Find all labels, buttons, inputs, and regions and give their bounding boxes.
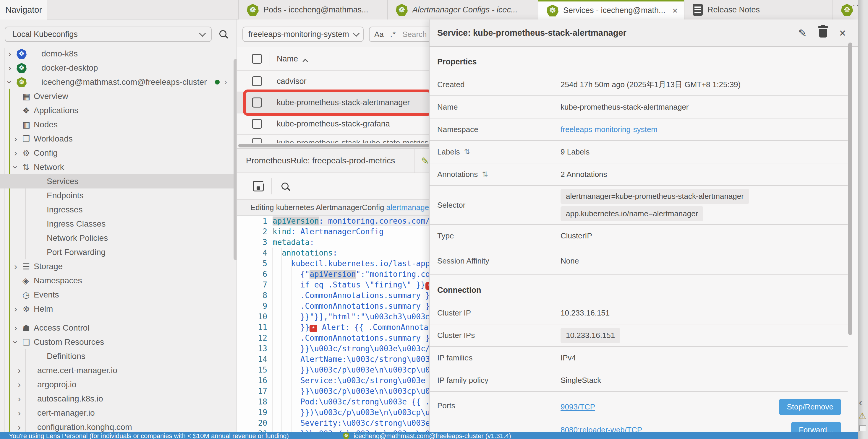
sidebar-item[interactable]: configuration.konghq.com › [0,420,234,432]
chevron-icon[interactable] [18,365,26,375]
sidebar-item-label: Storage [34,262,63,271]
top-tab-bar: Navigator Pods - icecheng@mathmas... Ale… [0,0,858,20]
document-tab[interactable]: Alertmanager Configs - icec... [387,0,538,20]
property-label: IP families [437,353,472,363]
sidebar-item[interactable]: demo-k8s › [0,47,234,61]
sidebar-item[interactable]: Definitions › [0,349,234,363]
sidebar-item[interactable]: ❑ Custom Resources › [0,335,234,349]
line-number: 2 [237,226,267,237]
line-number: 19 [237,407,267,418]
chevron-icon[interactable] [14,134,23,144]
sidebar-item[interactable]: ❒ Workloads › [0,132,234,146]
sidebar-item[interactable]: icecheng@mathmast.com@freeleaps-cluster … [0,75,234,89]
edit-pencil-icon[interactable]: ✎ [798,27,807,39]
sidebar-item[interactable]: ◷ Events › [0,288,234,302]
search-input[interactable] [402,30,432,39]
sidebar-item-label: Services [47,177,79,186]
kubeconfig-select[interactable]: Local Kubeconfigs [5,27,212,42]
delete-trash-icon[interactable] [819,29,827,37]
sidebar-item[interactable]: ⚙ Config › [0,146,234,160]
namespace-select[interactable]: freeleaps-monitoring-system [242,27,364,42]
sidebar-item[interactable]: ☗ Access Control › [0,321,234,335]
chevron-right-icon[interactable]: › [224,77,227,87]
table-row[interactable]: kube-prometheus-stack-kube-state-metrics [237,135,432,143]
close-icon[interactable]: × [839,28,846,39]
row-checkbox[interactable] [252,119,262,129]
chevron-icon[interactable] [18,394,26,404]
service-name[interactable]: cadvisor [277,77,307,86]
row-checkbox[interactable] [252,98,262,107]
document-tab[interactable]: Pods - icecheng@mathmas... [238,0,387,20]
service-name[interactable]: kube-prometheus-stack-kube-state-metrics [277,139,428,143]
property-label: Created [437,80,465,89]
sidebar-item[interactable]: docker-desktop › [0,61,234,75]
port-link[interactable]: 8080:reloader-web/TCP [561,426,642,432]
yaml-editor[interactable]: 123456789101112131415161718192021 apiVer… [237,216,432,432]
chevron-icon[interactable] [18,380,26,390]
sidebar-item[interactable]: autoscaling.k8s.io › [0,392,234,406]
chevron-icon[interactable] [14,304,23,314]
line-number: 20 [237,418,267,428]
table-row[interactable]: kube-prometheus-stack-grafana [237,113,432,135]
code-line: .CommonAnnotations.summary }} [273,301,432,311]
sort-icon[interactable]: ⇅ [464,148,470,156]
document-tab[interactable]: Release Notes [684,0,833,20]
search-icon[interactable] [219,30,226,37]
search-icon[interactable] [281,182,288,190]
alertmanager-link[interactable]: alertmanager [386,203,432,212]
sidebar-item[interactable]: Endpoints › [0,189,234,203]
chevron-icon[interactable] [8,63,17,73]
sidebar-item[interactable]: cert-manager.io › [0,406,234,420]
sidebar-item[interactable]: Ingresses › [0,203,234,217]
sidebar-item[interactable]: ◈ Namespaces › [0,274,234,288]
port-action-button[interactable]: Forward... [791,422,841,432]
service-name[interactable]: kube-prometheus-stack-grafana [277,120,390,129]
chevron-icon[interactable] [14,262,23,271]
sort-ascending-icon[interactable] [303,59,308,64]
select-all-checkbox[interactable] [252,54,262,64]
chevron-icon[interactable] [14,162,23,172]
edit-pencil-icon[interactable]: ✎ [421,156,429,167]
chevron-icon[interactable] [14,323,23,333]
sidebar-item-label: Ingress Classes [47,219,105,229]
chevron-icon[interactable] [8,77,17,87]
sidebar-item[interactable]: ❖ Applications › [0,103,234,117]
row-checkbox[interactable] [252,76,262,86]
property-label: Cluster IPs [437,331,475,340]
service-name[interactable]: kube-prometheus-stack-alertmanager [277,98,410,107]
line-number: 6 [237,269,267,279]
panel-scrollbar[interactable] [848,42,852,335]
chevron-icon[interactable] [14,148,23,158]
chevron-icon[interactable] [18,408,26,418]
port-action-button[interactable]: Stop/Remove [779,399,841,415]
sidebar-item[interactable]: acme.cert-manager.io › [0,363,234,377]
chevron-icon[interactable] [8,49,17,59]
sidebar-item[interactable]: Services › [0,174,234,189]
sidebar-item[interactable]: ⇅ Network › [0,160,234,174]
chevron-icon[interactable] [18,422,26,432]
sort-icon[interactable]: ⇅ [482,170,488,178]
sidebar-item[interactable]: ▥ Nodes › [0,117,234,132]
chevron-icon[interactable] [14,337,23,347]
active-cluster-text[interactable]: icecheng@mathmast.com@freeleaps-cluster … [353,432,511,439]
sidebar-item[interactable]: argoproj.io › [0,377,234,392]
match-case-icon[interactable]: Aa [374,30,384,39]
cluster-status-kubernetes-icon [343,432,349,439]
sidebar-item[interactable]: Port Forwarding › [0,245,234,259]
sidebar-item[interactable]: ☸ Helm › [0,302,234,316]
sidebar-item[interactable]: ☰ Storage › [0,259,234,274]
regex-icon[interactable]: .* [390,30,396,39]
sidebar-item[interactable]: Network Policies › [0,231,234,245]
name-column-header[interactable]: Name [277,54,298,64]
document-tab[interactable]: Services - icecheng@math... × [538,0,684,20]
table-row[interactable]: kube-prometheus-stack-alertmanager [237,92,432,113]
tab-close-icon[interactable]: × [672,6,678,16]
sidebar-item[interactable]: Ingress Classes › [0,217,234,231]
sidebar-scrollbar[interactable] [234,59,237,260]
save-icon[interactable] [253,181,264,192]
port-link[interactable]: 9093/TCP [561,402,595,411]
horizontal-scrollbar[interactable] [238,144,430,147]
sidebar-item[interactable]: ▦ Overview › [0,89,234,103]
table-row[interactable]: cadvisor [237,71,432,92]
row-checkbox[interactable] [252,138,262,143]
